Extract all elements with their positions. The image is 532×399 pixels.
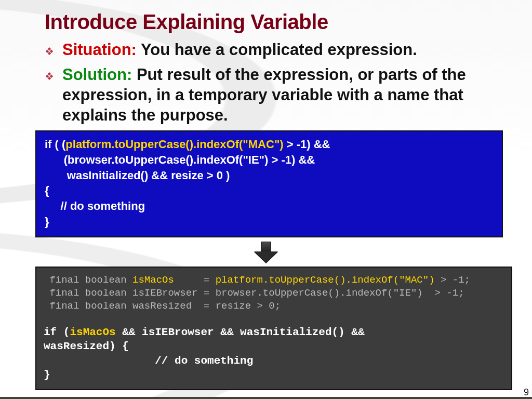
code-line: wasResized) { bbox=[44, 340, 129, 352]
code-after-box: final boolean isMacOs = platform.toUpper… bbox=[35, 267, 512, 390]
slide: Introduce Explaining Variable ❖ Situatio… bbox=[0, 0, 532, 399]
bullet-list: ❖ Situation: You have a complicated expr… bbox=[45, 40, 507, 125]
code-line: && isIEBrowser && wasInitialized() && bbox=[116, 326, 371, 338]
page-title: Introduce Explaining Variable bbox=[45, 10, 517, 34]
code-line: // do something bbox=[44, 355, 253, 367]
code-line: = bbox=[174, 274, 216, 286]
bullet-solution: ❖ Solution: Put result of the expression… bbox=[45, 65, 507, 125]
code-highlight: platform.toUpperCase().indexOf("MAC") bbox=[65, 138, 283, 151]
code-highlight: isMacOs bbox=[132, 274, 174, 286]
code-line: } bbox=[45, 215, 49, 228]
code-line: final boolean bbox=[44, 274, 132, 286]
code-line: (browser.toUpperCase().indexOf("IE") > -… bbox=[45, 153, 315, 166]
arrow-down-icon bbox=[15, 242, 517, 263]
code-line: } bbox=[44, 369, 50, 381]
bullet-situation: ❖ Situation: You have a complicated expr… bbox=[45, 40, 507, 62]
diamond-bullet-icon: ❖ bbox=[45, 65, 54, 125]
bullet-text: Solution: Put result of the expression, … bbox=[62, 65, 507, 125]
code-line: final boolean wasResized = resize > 0; bbox=[44, 300, 281, 312]
footer-bar bbox=[0, 397, 532, 399]
code-line: { bbox=[45, 184, 49, 197]
page-number: 9 bbox=[524, 387, 529, 398]
code-highlight: platform.toUpperCase().indexOf("MAC") bbox=[216, 274, 435, 286]
situation-text: You have a complicated expression. bbox=[137, 41, 417, 59]
code-line: > -1; bbox=[435, 274, 470, 286]
code-line: final boolean isIEBrowser = browser.toUp… bbox=[44, 287, 464, 299]
code-highlight: isMacOs bbox=[70, 326, 115, 338]
code-before-box: if ( (platform.toUpperCase().indexOf("MA… bbox=[35, 130, 503, 237]
situation-label: Situation: bbox=[62, 41, 137, 59]
code-line: // do something bbox=[45, 200, 145, 212]
code-line: > -1) && bbox=[284, 138, 330, 151]
code-line: wasInitialized() && resize > 0 ) bbox=[45, 169, 230, 182]
code-line: if ( ( bbox=[45, 138, 65, 151]
code-line: if ( bbox=[44, 326, 70, 338]
solution-label: Solution: bbox=[62, 65, 132, 84]
diamond-bullet-icon: ❖ bbox=[45, 40, 54, 62]
bullet-text: Situation: You have a complicated expres… bbox=[62, 40, 417, 62]
